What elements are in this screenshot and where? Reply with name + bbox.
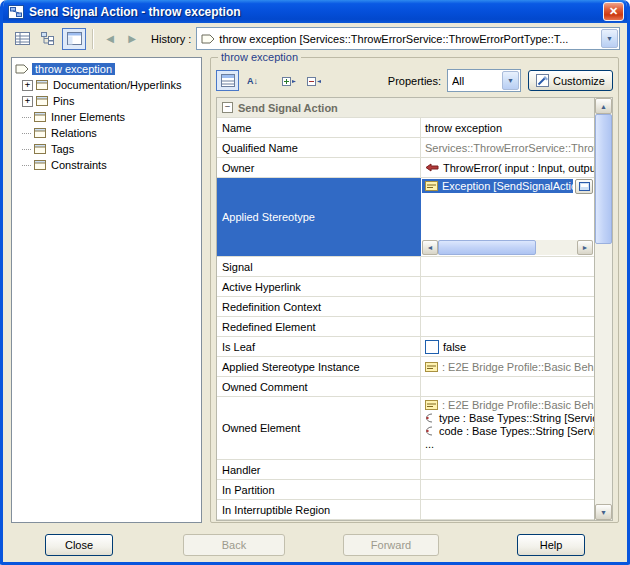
tree-item-relations[interactable]: Relations xyxy=(22,125,201,141)
tree-item-constraints[interactable]: Constraints xyxy=(22,157,201,173)
property-row-applied-stereotype[interactable]: Applied Stereotype Exception [SendSignal… xyxy=(217,178,594,257)
property-value-cell[interactable]: : E2E Bridge Profile::Basic Behaviour...… xyxy=(421,397,594,459)
property-row-applied-stereotype-instance[interactable]: Applied Stereotype Instance : E2E Bridge… xyxy=(217,357,594,377)
property-name-cell[interactable]: In Interruptible Region xyxy=(217,500,421,519)
send-signal-action-icon xyxy=(201,34,215,44)
applied-stereotype-list[interactable]: Exception [SendSignalAction] [E2... ◄ xyxy=(421,178,594,256)
history-dropdown-icon[interactable]: ▼ xyxy=(601,29,618,48)
property-value-cell[interactable]: ThrowError( input : Input, output ... xyxy=(421,158,594,177)
collapse-minus-icon[interactable]: − xyxy=(222,102,233,113)
history-forward-button[interactable]: ▶ xyxy=(122,29,142,49)
property-row-is-leaf[interactable]: Is Leaf false xyxy=(217,337,594,357)
property-name-cell[interactable]: Active Hyperlink xyxy=(217,277,421,296)
property-name-cell[interactable]: In Partition xyxy=(217,480,421,499)
property-value-cell[interactable] xyxy=(421,377,594,396)
property-row-in-interruptible-region[interactable]: In Interruptible Region xyxy=(217,500,594,520)
properties-filter-combobox[interactable]: All ▼ xyxy=(447,69,521,92)
property-value-cell[interactable] xyxy=(421,460,594,479)
horizontal-scrollbar[interactable]: ◄ ► xyxy=(422,240,593,255)
scroll-down-icon[interactable]: ▼ xyxy=(595,504,612,520)
relations-node-icon xyxy=(34,127,48,139)
vertical-scrollbar[interactable]: ▲ ▼ xyxy=(594,97,613,521)
table-view-button[interactable] xyxy=(10,28,34,50)
collapse-nodes-button[interactable] xyxy=(303,70,326,91)
section-header-cell: − Send Signal Action xyxy=(217,98,594,117)
property-name-cell[interactable]: Owned Element xyxy=(217,397,421,459)
scroll-right-icon[interactable]: ► xyxy=(577,240,593,255)
help-button[interactable]: Help xyxy=(517,534,585,556)
property-name-cell[interactable]: Owner xyxy=(217,158,421,177)
form-view-button[interactable] xyxy=(62,28,86,50)
expand-plus-icon[interactable]: + xyxy=(22,96,33,107)
browse-stereotype-button[interactable] xyxy=(575,179,593,194)
tree-item-tags[interactable]: Tags xyxy=(22,141,201,157)
vertical-scroll-track[interactable] xyxy=(595,114,612,504)
property-value-cell[interactable] xyxy=(421,317,594,336)
back-button[interactable]: Back xyxy=(183,534,285,556)
property-name-cell[interactable]: Applied Stereotype Instance xyxy=(217,357,421,376)
property-row-name[interactable]: Name throw exception xyxy=(217,118,594,138)
property-row-owned-comment[interactable]: Owned Comment xyxy=(217,377,594,397)
tree-item-label: Inner Elements xyxy=(51,111,125,123)
property-row-signal[interactable]: Signal xyxy=(217,257,594,277)
is-leaf-checkbox[interactable] xyxy=(425,340,439,354)
close-button[interactable]: Close xyxy=(45,534,113,556)
collapse-nodes-icon xyxy=(307,75,322,87)
window-title: Send Signal Action - throw exception xyxy=(29,5,598,19)
property-value-cell[interactable] xyxy=(421,257,594,276)
forward-button[interactable]: Forward xyxy=(343,534,439,556)
horizontal-scroll-track[interactable] xyxy=(438,240,577,255)
close-icon[interactable]: ✕ xyxy=(603,2,624,21)
property-value-cell[interactable] xyxy=(421,500,594,519)
app-icon xyxy=(8,5,24,19)
property-row-active-hyperlink[interactable]: Active Hyperlink xyxy=(217,277,594,297)
horizontal-scroll-thumb[interactable] xyxy=(438,240,536,255)
property-value-cell[interactable] xyxy=(421,480,594,499)
tree-item-documentation[interactable]: + Documentation/Hyperlinks xyxy=(22,77,201,93)
stereotype-list-item[interactable]: Exception [SendSignalAction] [E2... xyxy=(422,179,573,193)
properties-filter-dropdown-icon[interactable]: ▼ xyxy=(502,71,519,90)
property-name-cell[interactable]: Qualified Name xyxy=(217,138,421,157)
property-row-owned-element[interactable]: Owned Element : E2E Bridge Profile::Basi… xyxy=(217,397,594,460)
sort-alphabetically-button[interactable]: A↓ xyxy=(241,70,264,91)
property-name-cell[interactable]: Redefined Element xyxy=(217,317,421,336)
property-value-cell[interactable]: Services::ThrowErrorService::ThrowE... xyxy=(421,138,594,157)
scroll-left-icon[interactable]: ◄ xyxy=(422,240,438,255)
property-name-cell[interactable]: Name xyxy=(217,118,421,137)
property-row-redefinition-context[interactable]: Redefinition Context xyxy=(217,297,594,317)
property-value-cell[interactable] xyxy=(421,277,594,296)
tree-item-label: Documentation/Hyperlinks xyxy=(53,79,181,91)
history-back-button[interactable]: ◀ xyxy=(100,29,120,49)
property-value-cell[interactable]: throw exception xyxy=(421,118,594,137)
property-row-handler[interactable]: Handler xyxy=(217,460,594,480)
scroll-up-icon[interactable]: ▲ xyxy=(595,98,612,114)
property-name-cell[interactable]: Applied Stereotype xyxy=(217,178,421,256)
property-value-cell[interactable]: false xyxy=(421,337,594,356)
history-combobox[interactable]: throw exception [Services::ThrowErrorSer… xyxy=(196,27,620,50)
tree-item-inner-elements[interactable]: Inner Elements xyxy=(22,109,201,125)
property-row-in-partition[interactable]: In Partition xyxy=(217,480,594,500)
navigation-tree[interactable]: throw exception + Documentation/Hyperlin… xyxy=(11,57,202,523)
history-selected-value: throw exception [Services::ThrowErrorSer… xyxy=(219,33,568,45)
categorized-view-button[interactable] xyxy=(216,70,239,91)
section-header-row[interactable]: − Send Signal Action xyxy=(217,98,594,118)
property-name-cell[interactable]: Redefinition Context xyxy=(217,297,421,316)
property-name-cell[interactable]: Handler xyxy=(217,460,421,479)
property-row-owner[interactable]: Owner ThrowError( input : Input, output … xyxy=(217,158,594,178)
property-name-cell[interactable]: Is Leaf xyxy=(217,337,421,356)
property-value-cell[interactable] xyxy=(421,297,594,316)
property-name-cell[interactable]: Owned Comment xyxy=(217,377,421,396)
expand-plus-icon[interactable]: + xyxy=(22,80,33,91)
vertical-scroll-thumb[interactable] xyxy=(595,114,612,244)
property-row-qualified-name[interactable]: Qualified Name Services::ThrowErrorServi… xyxy=(217,138,594,158)
tree-item-pins[interactable]: + Pins xyxy=(22,93,201,109)
tree-root-item[interactable]: throw exception xyxy=(15,61,201,77)
tree-view-button[interactable] xyxy=(36,28,60,50)
expand-nodes-button[interactable] xyxy=(278,70,301,91)
property-row-redefined-element[interactable]: Redefined Element xyxy=(217,317,594,337)
property-value-cell[interactable]: : E2E Bridge Profile::Basic Behavi... xyxy=(421,357,594,376)
property-name-cell[interactable]: Signal xyxy=(217,257,421,276)
owned-element-more: ... xyxy=(425,438,434,450)
customize-button[interactable]: Customize xyxy=(528,70,613,91)
title-bar[interactable]: Send Signal Action - throw exception ✕ xyxy=(3,0,627,23)
